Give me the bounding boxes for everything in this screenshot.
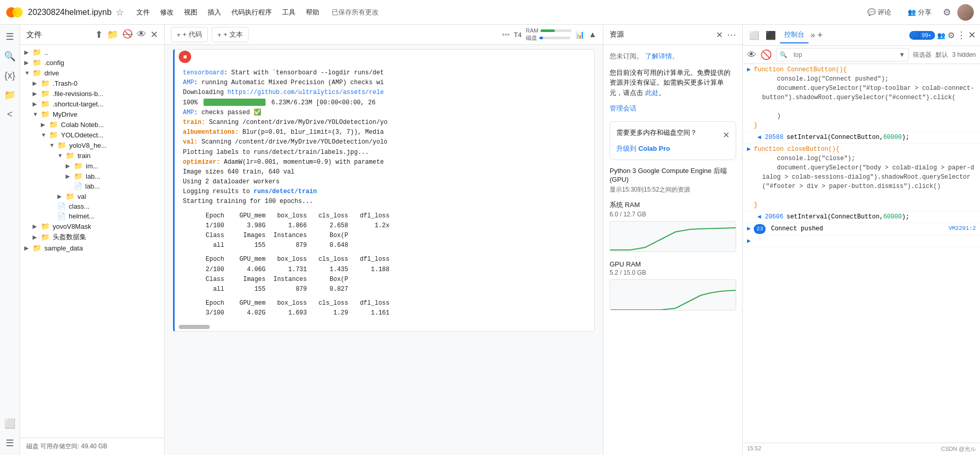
code-icon[interactable]: {x} (4, 70, 15, 81)
menu-edit[interactable]: 修改 (156, 6, 178, 19)
console-text-body-query: document.querySelector("body > colab-dia… (754, 163, 976, 191)
comment-button[interactable]: 💬 评论 (862, 5, 896, 20)
resource-more-icon[interactable]: ⋯ (727, 29, 736, 40)
tree-item-yolo[interactable]: ▼ 📁 YOLOdetect... (20, 130, 164, 140)
tree-item-dotdot[interactable]: ▶ 📁 .. (20, 47, 164, 57)
upgrade-link[interactable]: 升级到 Colab Pro (616, 144, 729, 153)
new-folder-icon[interactable]: 📁 (107, 29, 118, 40)
tree-item-im[interactable]: ▶ 📁 im... (20, 161, 164, 171)
search-icon[interactable]: 🔍 (4, 51, 15, 62)
tree-item-yovov8mask[interactable]: ▶ 📁 yovoV8Mask (20, 221, 164, 231)
tree-item-train[interactable]: ▼ 📁 train (20, 150, 164, 161)
panel-more-icon[interactable]: ⋮ (957, 29, 966, 41)
expand-arrow-5[interactable]: ▶ (747, 224, 751, 233)
table-row-2-1: 2/100 4.06G 1.731 1.435 1.188 (183, 265, 586, 275)
plus-text-icon: + (217, 31, 222, 39)
tree-item-lab-file[interactable]: ▶ 📄 lab... (20, 181, 164, 191)
avatar[interactable] (957, 4, 974, 21)
table-row-1-1: 1/100 3.98G 1.866 2.658 1.2x (183, 221, 586, 231)
tree-item-filerevisions[interactable]: ▶ 📁 .file-revisions-b... (20, 88, 164, 99)
resource-close-icon[interactable]: ✕ (716, 30, 723, 40)
add-code-button[interactable]: + + 代码 (171, 27, 208, 42)
comment-icon: 💬 (867, 8, 876, 16)
tree-item-yolov8[interactable]: ▼ 📁 yoloV8_he... (20, 140, 164, 150)
eye-icon[interactable]: 👁 (137, 29, 146, 40)
console-tab[interactable]: 控制台 (780, 27, 808, 43)
settings-icon[interactable]: ⚙ (943, 7, 951, 18)
tree-item-drive[interactable]: ▼ 📁 drive (20, 68, 164, 78)
ban-icon[interactable]: 🚫 (760, 49, 772, 60)
folder-icon[interactable]: 📁 (4, 89, 15, 101)
expand-arrow-1[interactable]: ▶ (747, 65, 751, 74)
code-snippet-icon[interactable]: ⬜ (4, 418, 15, 429)
ram-title: 系统 RAM (610, 200, 736, 210)
expand-arrow-3[interactable]: ▶ (747, 145, 751, 154)
tree-item-colab[interactable]: ▶ 📁 Colab Noteb... (20, 119, 164, 130)
menu-view[interactable]: 视图 (180, 6, 201, 19)
learn-more-link[interactable]: 了解详情。 (645, 52, 679, 60)
eye-filter-icon[interactable]: 👁 (747, 50, 756, 60)
console-text-connect: function ConnectButton(){ (754, 66, 847, 73)
tree-item-class[interactable]: ▶ 📄 class... (20, 201, 164, 211)
menu-file[interactable]: 文件 (132, 6, 154, 19)
expand-arrow-6[interactable]: ▶ (747, 237, 751, 246)
menu-tools[interactable]: 工具 (278, 6, 300, 19)
ram-value: 6.0 / 12.7 GB (610, 211, 736, 218)
expand-panel-icon[interactable]: ⬜ (747, 28, 761, 42)
stop-cell-button[interactable]: ■ (179, 51, 191, 63)
chevron-icon: ▶ (33, 80, 39, 87)
expand-left-icon[interactable]: < (7, 109, 13, 120)
panel-close-icon[interactable]: ✕ (968, 29, 976, 41)
refresh-icon[interactable]: 🚫 (122, 29, 133, 40)
tree-label-yovov8mask: yovoV8Mask (53, 223, 91, 230)
connect-users-icon[interactable]: 👥 (937, 32, 945, 39)
tree-label-filerevisions: .file-revisions-b... (53, 90, 103, 98)
folder-icon-colab: 📁 (49, 120, 58, 129)
add-tab-icon[interactable]: + (817, 30, 823, 41)
tree-item-lab-folder[interactable]: ▶ 📁 lab... (20, 171, 164, 181)
here-link[interactable]: 此处 (645, 89, 659, 97)
table-header-3: Epoch GPU_mem box_loss cls_loss dfl_loss (183, 299, 586, 308)
tree-item-helmet-data[interactable]: ▶ 📁 头盔数据集 (20, 231, 164, 243)
star-icon[interactable]: ☆ (116, 7, 124, 18)
collapse-cell-icon[interactable]: ▲ (588, 30, 597, 39)
tree-item-mydrive[interactable]: ▼ 📁 MyDrive (20, 109, 164, 119)
t4-label: T4 (514, 31, 522, 39)
tree-item-val[interactable]: ▶ 📁 val (20, 191, 164, 201)
need-more-close-icon[interactable]: ✕ (723, 130, 729, 140)
no-compute-notice: 您目前没有可用的计算单元。免费提供的资源并没有保证。如需购买更多计算单元，请点击… (610, 68, 736, 98)
tree-label-drive: drive (44, 69, 59, 77)
console-text-brace2: } (754, 201, 757, 209)
menu-insert[interactable]: 插入 (204, 6, 225, 19)
cell-output: tensorboard: Start with `tensorboard --l… (175, 64, 594, 323)
menu-runtime[interactable]: 代码执行程序 (227, 6, 276, 19)
share-button[interactable]: 👥 分享 (903, 5, 937, 20)
scroll-thumb[interactable] (179, 325, 210, 329)
hamburger-icon[interactable]: ☰ (6, 31, 14, 42)
tree-item-config[interactable]: ▶ 📁 .config (20, 57, 164, 68)
tree-item-sample[interactable]: ▶ 📁 sample_data (20, 243, 164, 253)
close-sidebar-icon[interactable]: ✕ (150, 29, 158, 40)
filter-input[interactable] (789, 50, 897, 60)
upload-icon[interactable]: ⬆ (95, 29, 103, 40)
add-text-button[interactable]: + + 文本 (212, 27, 248, 42)
output-line-2: AMP: running Automatic Mixed Precision (… (183, 78, 586, 88)
tree-label-yolov8: yoloV8_he... (69, 142, 106, 149)
dropdown-icon: ▼ (899, 51, 905, 58)
console-text-closebutton: function closeButton(){ (754, 146, 839, 153)
menu-help[interactable]: 帮助 (302, 6, 323, 19)
shrink-panel-icon[interactable]: ⬛ (764, 28, 778, 42)
file-icon-class: 📄 (57, 202, 66, 210)
manage-session-link[interactable]: 管理会话 (610, 104, 736, 113)
gpu-value: 5.2 / 15.0 GB (610, 269, 736, 276)
tree-label-shortcut: .shortcut-target... (53, 100, 103, 108)
more-tabs-icon[interactable]: » (811, 30, 815, 40)
tree-item-shortcut[interactable]: ▶ 📁 .shortcut-target... (20, 99, 164, 109)
spacer-2 (183, 250, 586, 255)
tree-label-mydrive: MyDrive (53, 111, 77, 118)
tree-label-trash: .Trash-0 (53, 80, 77, 87)
sections-icon[interactable]: ☰ (6, 437, 14, 449)
tree-item-trash[interactable]: ▶ 📁 .Trash-0 (20, 78, 164, 88)
tree-item-helmet[interactable]: ▶ 📄 helmet... (20, 211, 164, 221)
panel-settings-icon[interactable]: ⚙ (947, 30, 955, 40)
